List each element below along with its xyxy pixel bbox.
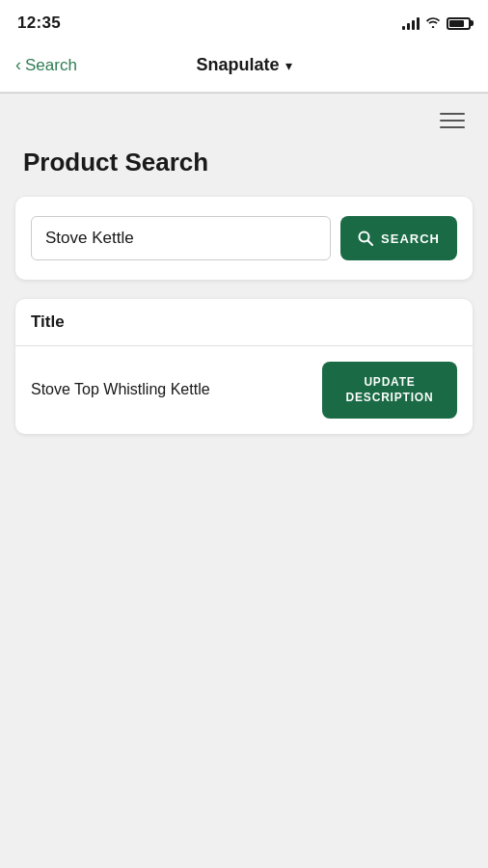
results-card: Title Stove Top Whistling Kettle UPDATED… [15, 299, 473, 434]
nav-bar: ‹ Search Snapulate ▾ [0, 42, 488, 93]
wifi-icon [425, 15, 441, 31]
signal-icon [402, 16, 420, 30]
hamburger-line-3 [440, 126, 465, 128]
battery-icon [447, 17, 471, 30]
back-label: Search [25, 56, 77, 75]
search-input[interactable] [31, 216, 331, 260]
search-button[interactable]: SEARCH [340, 216, 457, 260]
nav-title: Snapulate [196, 55, 279, 75]
svg-line-1 [368, 241, 373, 246]
search-icon [358, 231, 373, 246]
menu-row [0, 94, 488, 140]
update-description-button[interactable]: UPDATEDESCRIPTION [322, 362, 457, 419]
hamburger-button[interactable] [436, 109, 469, 132]
results-header-title: Title [31, 312, 65, 331]
search-row: SEARCH [31, 216, 457, 260]
content-area: Product Search SEARCH Title Stove Top Wh… [0, 94, 488, 868]
search-card: SEARCH [15, 197, 473, 280]
hamburger-line-2 [440, 120, 465, 122]
status-time: 12:35 [17, 14, 61, 33]
results-header: Title [15, 299, 473, 346]
page-title: Product Search [23, 148, 465, 177]
nav-title-wrapper: Snapulate ▾ [112, 55, 376, 75]
page-title-section: Product Search [0, 140, 488, 197]
status-icons [402, 15, 471, 31]
search-button-label: SEARCH [381, 231, 440, 246]
back-button[interactable]: ‹ Search [15, 55, 112, 75]
table-row: Stove Top Whistling Kettle UPDATEDESCRIP… [15, 346, 473, 434]
result-title: Stove Top Whistling Kettle [31, 379, 311, 400]
status-bar: 12:35 [0, 0, 488, 42]
back-chevron-icon: ‹ [15, 55, 21, 75]
hamburger-line-1 [440, 113, 465, 115]
nav-dropdown-arrow-icon[interactable]: ▾ [285, 58, 292, 73]
